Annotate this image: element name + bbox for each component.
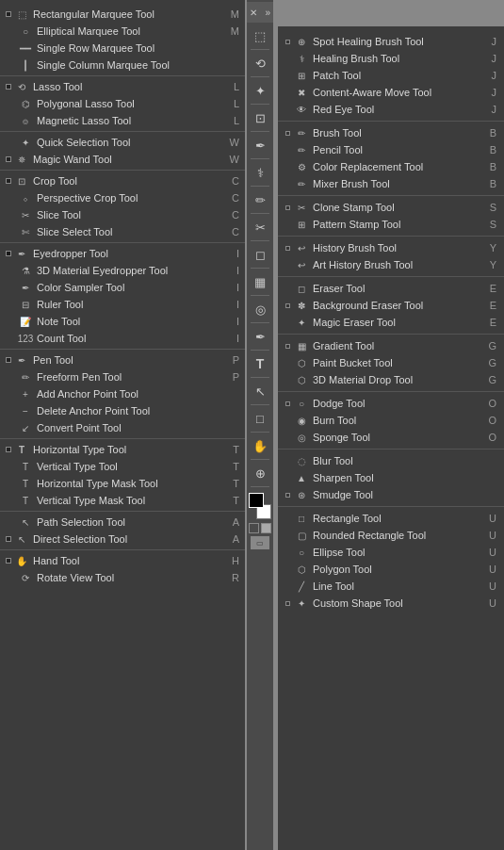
list-item[interactable]: ↩ History Brush Tool Y bbox=[278, 239, 504, 256]
list-item[interactable]: ◌ Blur Tool bbox=[278, 452, 504, 469]
list-item[interactable]: ✏ Pencil Tool B bbox=[278, 141, 504, 158]
list-item[interactable]: T Vertical Type Mask Tool T bbox=[0, 492, 245, 509]
quick-mask-icon[interactable] bbox=[261, 523, 271, 533]
list-item[interactable]: T Horizontal Type Tool T bbox=[0, 441, 245, 458]
list-item[interactable]: ⊟ Ruler Tool I bbox=[0, 296, 245, 313]
shortcut-key: I bbox=[236, 248, 239, 259]
list-item[interactable]: ⌬ Polygonal Lasso Tool L bbox=[0, 95, 245, 112]
list-item[interactable]: ✒ Eyedropper Tool I bbox=[0, 245, 245, 262]
list-item[interactable]: ⊛ Smudge Tool bbox=[278, 486, 504, 503]
list-item[interactable]: ⊞ Patch Tool J bbox=[278, 67, 504, 84]
eyedropper-tool-button[interactable]: ✒ bbox=[249, 134, 271, 156]
list-item[interactable]: ⬡ Paint Bucket Tool G bbox=[278, 354, 504, 371]
list-item[interactable]: ⊡ Crop Tool C bbox=[0, 172, 245, 189]
bg-eraser-icon: ✽ bbox=[294, 298, 309, 313]
list-item[interactable]: ◉ Burn Tool O bbox=[278, 412, 504, 429]
list-item[interactable]: ✦ Custom Shape Tool U bbox=[278, 595, 504, 612]
list-item[interactable]: ⟲ Lasso Tool L bbox=[0, 78, 245, 95]
marquee-tool-button[interactable]: ⬚ bbox=[249, 25, 271, 47]
patch-icon: ⊞ bbox=[294, 68, 309, 83]
list-item[interactable]: □ Rectangle Tool U bbox=[278, 510, 504, 527]
list-item[interactable]: ○ Elliptical Marquee Tool M bbox=[0, 23, 245, 40]
list-item[interactable]: ✏ Mixer Brush Tool B bbox=[278, 175, 504, 192]
list-item[interactable]: 📝 Note Tool I bbox=[0, 313, 245, 330]
list-item[interactable]: ↖ Path Selection Tool A bbox=[0, 514, 245, 531]
list-item[interactable]: T Horizontal Type Mask Tool T bbox=[0, 475, 245, 492]
eraser-tool-button[interactable]: ◻ bbox=[249, 243, 271, 266]
list-item[interactable]: ✄ Slice Select Tool C bbox=[0, 223, 245, 240]
healing-tool-button[interactable]: ⚕ bbox=[249, 161, 271, 184]
list-item[interactable]: ⬚ Rectangular Marquee Tool M bbox=[0, 6, 245, 23]
vtype-mask-icon: T bbox=[18, 493, 33, 508]
gradient-tool-button[interactable]: ▦ bbox=[249, 270, 271, 293]
list-item[interactable]: ✒ Pen Tool P bbox=[0, 351, 245, 368]
list-item[interactable]: ↙ Convert Point Tool bbox=[0, 419, 245, 436]
color-swatch-area[interactable] bbox=[249, 493, 271, 519]
eyedropper-icon: ✒ bbox=[14, 246, 29, 261]
quick-select-tool-button[interactable]: ✦ bbox=[249, 79, 271, 102]
list-item[interactable]: ━━ Single Row Marquee Tool bbox=[0, 40, 245, 57]
list-item[interactable]: ○ Ellipse Tool U bbox=[278, 544, 504, 561]
blur-tool-button[interactable]: ◎ bbox=[249, 298, 271, 320]
list-item[interactable]: 👁 Red Eye Tool J bbox=[278, 101, 504, 118]
list-item[interactable]: ⟳ Rotate View Tool R bbox=[0, 569, 245, 586]
list-item[interactable]: ✋ Hand Tool H bbox=[0, 552, 245, 569]
type-tool-button[interactable]: T bbox=[249, 352, 271, 375]
lasso-tool-button[interactable]: ⟲ bbox=[249, 52, 271, 74]
list-item[interactable]: ✖ Content-Aware Move Tool J bbox=[278, 84, 504, 101]
list-item[interactable]: + Add Anchor Point Tool bbox=[0, 385, 245, 402]
group-indicator bbox=[285, 493, 290, 498]
path-select-tool-button[interactable]: ↖ bbox=[249, 380, 271, 402]
list-item[interactable]: ✽ Background Eraser Tool E bbox=[278, 297, 504, 314]
zoom-tool-button[interactable]: ⊕ bbox=[249, 462, 271, 484]
list-item[interactable]: ✏ Brush Tool B bbox=[278, 124, 504, 141]
list-item[interactable]: ▢ Rounded Rectangle Tool U bbox=[278, 527, 504, 544]
expand-button[interactable]: » bbox=[265, 8, 270, 18]
brush-tool-button[interactable]: ✏ bbox=[249, 188, 271, 211]
close-button[interactable]: ✕ bbox=[250, 8, 257, 18]
list-item[interactable]: ↩ Art History Brush Tool Y bbox=[278, 256, 504, 273]
list-item[interactable]: ✵ Magic Wand Tool W bbox=[0, 151, 245, 168]
list-item[interactable]: ◻ Eraser Tool E bbox=[278, 280, 504, 297]
list-item[interactable]: ⬦ Perspective Crop Tool C bbox=[0, 189, 245, 206]
list-item[interactable]: ✂ Slice Tool C bbox=[0, 206, 245, 223]
clone-tool-button[interactable]: ✂ bbox=[249, 216, 271, 238]
hand-tool-button[interactable]: ✋ bbox=[249, 434, 271, 457]
screen-mode-button[interactable]: ▭ bbox=[251, 536, 269, 549]
count-icon: 123 bbox=[18, 331, 33, 346]
list-item[interactable]: ⚙ Color Replacement Tool B bbox=[278, 158, 504, 175]
list-item[interactable]: − Delete Anchor Point Tool bbox=[0, 402, 245, 419]
list-item[interactable]: ╱ Line Tool U bbox=[278, 578, 504, 595]
list-item[interactable]: ✂ Clone Stamp Tool S bbox=[278, 199, 504, 216]
normal-mode-icon[interactable] bbox=[249, 523, 259, 533]
healing-group: ⊕ Spot Healing Brush Tool J ⚕ Healing Br… bbox=[278, 30, 504, 122]
pencil-icon: ✏ bbox=[294, 142, 309, 157]
list-item[interactable]: ⌾ Magnetic Lasso Tool L bbox=[0, 112, 245, 129]
list-item[interactable]: ↖ Direct Selection Tool A bbox=[0, 531, 245, 548]
list-item[interactable]: ⊕ Spot Healing Brush Tool J bbox=[278, 33, 504, 50]
shape-tool-button[interactable]: □ bbox=[249, 407, 271, 430]
tool-label: Path Selection Tool bbox=[37, 516, 225, 528]
foreground-color-swatch[interactable] bbox=[249, 493, 264, 508]
list-item[interactable]: ┃ Single Column Marquee Tool bbox=[0, 57, 245, 74]
list-item[interactable]: ▦ Gradient Tool G bbox=[278, 337, 504, 354]
list-item[interactable]: ⬡ 3D Material Drop Tool G bbox=[278, 371, 504, 388]
lasso-icon: ⟲ bbox=[14, 79, 29, 94]
clone-stamp-icon: ✂ bbox=[294, 200, 309, 215]
list-item[interactable]: ⚗ 3D Material Eyedropper Tool I bbox=[0, 262, 245, 279]
list-item[interactable]: ✦ Quick Selection Tool W bbox=[0, 134, 245, 151]
list-item[interactable]: ○ Dodge Tool O bbox=[278, 395, 504, 412]
crop-tool-button[interactable]: ⊡ bbox=[249, 106, 271, 129]
pen-tool-button[interactable]: ✒ bbox=[249, 325, 271, 348]
list-item[interactable]: T Vertical Type Tool T bbox=[0, 458, 245, 475]
list-item[interactable]: ⚕ Healing Brush Tool J bbox=[278, 50, 504, 67]
slice-icon: ✂ bbox=[18, 207, 33, 222]
list-item[interactable]: ⊞ Pattern Stamp Tool S bbox=[278, 216, 504, 233]
list-item[interactable]: ✏ Freeform Pen Tool P bbox=[0, 368, 245, 385]
list-item[interactable]: ⬡ Polygon Tool U bbox=[278, 561, 504, 578]
list-item[interactable]: ◎ Sponge Tool O bbox=[278, 429, 504, 446]
list-item[interactable]: ▲ Sharpen Tool bbox=[278, 469, 504, 486]
list-item[interactable]: 123 Count Tool I bbox=[0, 330, 245, 347]
list-item[interactable]: ✦ Magic Eraser Tool E bbox=[278, 314, 504, 331]
list-item[interactable]: ✒ Color Sampler Tool I bbox=[0, 279, 245, 296]
